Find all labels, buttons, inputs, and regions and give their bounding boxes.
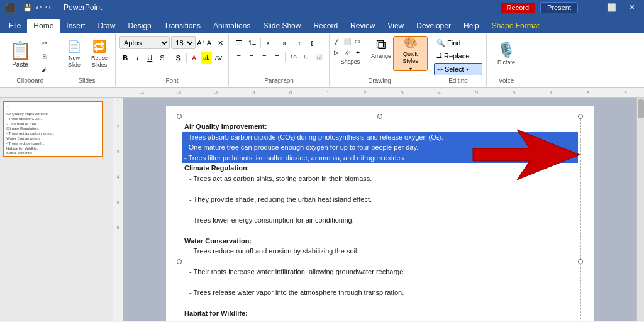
ribbon-body: 📋 Paste ✂ ⎘ 🖌 Clipboard 📄 New Slide 🔁 Re… [0, 33, 644, 88]
shape6-button[interactable]: ✦ [353, 47, 363, 57]
tab-review[interactable]: Review [344, 19, 381, 33]
undo-icon[interactable]: ↩ [36, 4, 42, 12]
find-button[interactable]: 🔍 Find [434, 36, 482, 49]
ruler-num: 7 [533, 90, 570, 96]
smartart-button[interactable]: 📊 [313, 50, 325, 63]
tab-developer[interactable]: Developer [410, 19, 457, 33]
replace-button[interactable]: ⇄ Replace [434, 50, 482, 62]
clear-format-button[interactable]: ✕ [216, 36, 225, 49]
tab-record[interactable]: Record [307, 19, 344, 33]
redo-icon[interactable]: ↪ [45, 4, 51, 12]
minimize-icon[interactable]: — [583, 2, 598, 13]
shape3-button[interactable]: ⬭ [353, 36, 363, 47]
tab-insert[interactable]: Insert [60, 19, 91, 33]
clipboard-label: Clipboard [3, 77, 58, 84]
tab-help[interactable]: Help [457, 19, 486, 33]
tab-design[interactable]: Design [121, 19, 157, 33]
scrollbar-thumb[interactable] [638, 99, 644, 118]
handle-tr[interactable] [578, 114, 583, 119]
tab-draw[interactable]: Draw [91, 19, 121, 33]
bold-button[interactable]: B [119, 52, 131, 64]
align-center-button[interactable]: ≡ [245, 50, 257, 63]
record-title-button[interactable]: Record [501, 3, 535, 13]
slide-content[interactable]: Air Quality Improvement: - Trees absorb … [166, 106, 594, 321]
ruler-v-3: 3 [117, 148, 119, 174]
handle-tl[interactable] [177, 114, 182, 119]
voice-label: Voice [487, 77, 526, 84]
handle-mr[interactable] [578, 259, 583, 264]
restore-icon[interactable]: ⬜ [603, 2, 620, 13]
decrease-indent-button[interactable]: ⇤ [263, 36, 275, 49]
increase-indent-button[interactable]: ⇥ [276, 36, 289, 49]
text-box[interactable]: Air Quality Improvement: - Trees absorb … [179, 116, 581, 321]
microphone-icon: 🎙️ [497, 42, 516, 59]
align-right-button[interactable]: ≡ [258, 50, 270, 63]
paste-button[interactable]: 📋 Paste [6, 36, 34, 73]
heading-climate: Climate Regulation: [184, 164, 249, 172]
line-spacing-button[interactable]: ↕ [293, 36, 306, 49]
group-voice: 🎙️ Dictate Voice [487, 34, 526, 86]
divider1 [170, 53, 170, 63]
ruler-num: 2 [347, 90, 384, 96]
tab-view[interactable]: View [381, 19, 410, 33]
tab-slideshow[interactable]: Slide Show [257, 19, 307, 33]
font-family-select[interactable]: Aptos [119, 36, 170, 49]
slide-canvas[interactable]: Air Quality Improvement: - Trees absorb … [123, 98, 636, 321]
main-area: 1 Air Quality Improvement: - Trees absor… [0, 98, 644, 321]
close-icon[interactable]: ✕ [625, 2, 639, 13]
copy-button[interactable]: ⎘ [35, 50, 54, 62]
text-align-button[interactable]: ⊡ [300, 50, 312, 63]
para-row-bottom: ≡ ≡ ≡ ≡ ↕A ⊡ 📊 [233, 50, 325, 63]
align-left-button[interactable]: ≡ [233, 50, 245, 63]
new-slide-button[interactable]: 📄 New Slide [62, 36, 86, 71]
shape1-button[interactable]: ╱ [331, 36, 341, 47]
decrease-font-button[interactable]: A⁻ [207, 36, 215, 49]
numbering-button[interactable]: 1≡ [246, 36, 258, 49]
text-direction-button[interactable]: ↕A [287, 50, 299, 63]
paste-icon: 📋 [9, 42, 31, 60]
cut-button[interactable]: ✂ [35, 36, 54, 49]
heading-air-quality: Air Quality Improvement: [184, 123, 267, 130]
bullets-button[interactable]: ☰ [233, 36, 245, 49]
present-title-button[interactable]: Present [540, 2, 578, 13]
increase-font-button[interactable]: A⁺ [197, 36, 205, 49]
arrange-section: ⧉ Arrange [371, 36, 391, 59]
handle-ml[interactable] [177, 259, 182, 264]
tab-animations[interactable]: Animations [207, 19, 257, 33]
quick-styles-button[interactable]: 🎨 Quick Styles ▾ [393, 36, 428, 71]
format-painter-button[interactable]: 🖌 [35, 63, 54, 75]
tab-shape-format[interactable]: Shape Format [486, 19, 546, 33]
char-spacing-button[interactable]: AV [213, 52, 225, 64]
tab-home[interactable]: Home [27, 19, 60, 33]
quick-styles-label: Quick Styles [397, 51, 423, 65]
columns-button[interactable]: ⫿ [306, 36, 319, 49]
handle-tc[interactable] [377, 114, 382, 119]
slide-panel: 1 Air Quality Improvement: - Trees absor… [0, 98, 113, 321]
shape5-button[interactable]: ⌭ [342, 47, 352, 57]
dictate-button[interactable]: 🎙️ Dictate [491, 35, 522, 72]
tab-transitions[interactable]: Transitions [158, 19, 207, 33]
font-label: Font [116, 77, 228, 84]
ruler-num: 8 [570, 90, 607, 96]
group-slides: 📄 New Slide 🔁 Reuse Slides Slides [58, 34, 116, 86]
reuse-slides-button[interactable]: 🔁 Reuse Slides [87, 36, 111, 71]
font-size-select[interactable]: 18 [171, 36, 196, 49]
ruler-num: -3 [160, 90, 197, 96]
italic-button[interactable]: I [132, 52, 144, 64]
strikethrough-button[interactable]: S [157, 52, 169, 64]
font-color-button[interactable]: A [188, 52, 200, 64]
select-button[interactable]: ⊹ Select ▾ [434, 63, 482, 75]
underline-button[interactable]: U [144, 52, 156, 64]
vertical-scrollbar[interactable] [636, 98, 644, 321]
find-icon: 🔍 [436, 39, 445, 47]
highlight-button[interactable]: ab [201, 52, 213, 64]
justify-button[interactable]: ≡ [271, 50, 283, 63]
save-icon[interactable]: 💾 [23, 4, 32, 12]
tab-file[interactable]: File [3, 19, 27, 33]
slide-thumbnail-1[interactable]: 1 Air Quality Improvement: - Trees absor… [3, 101, 103, 157]
editing-label: Editing [430, 77, 486, 84]
shape4-button[interactable]: ▷ [331, 47, 341, 57]
shape2-button[interactable]: ⬜ [342, 36, 352, 47]
shadow-button[interactable]: S [172, 52, 184, 64]
shapes-section: ╱ ⬜ ⬭ ▷ ⌭ ✦ Shapes [331, 36, 369, 65]
